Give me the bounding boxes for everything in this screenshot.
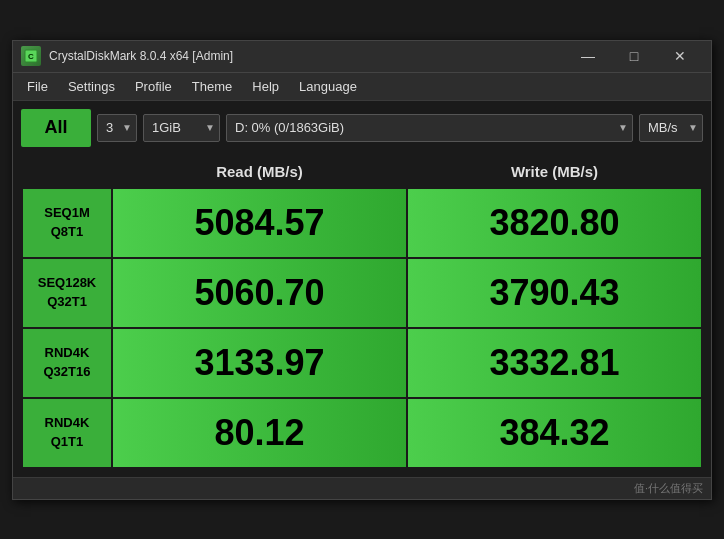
all-button[interactable]: All [21,109,91,147]
row-write-2: 3332.81 [407,328,702,398]
row-label-2: RND4KQ32T16 [22,328,112,398]
row-read-0: 5084.57 [112,188,407,258]
menu-settings[interactable]: Settings [58,75,125,98]
row-label-1: SEQ128KQ32T1 [22,258,112,328]
table-row: SEQ1MQ8T15084.573820.80 [22,188,702,258]
row-read-1: 5060.70 [112,258,407,328]
row-write-1: 3790.43 [407,258,702,328]
empty-header [22,156,112,188]
row-label-0: SEQ1MQ8T1 [22,188,112,258]
count-select[interactable]: 1 3 5 9 [97,114,137,142]
minimize-button[interactable]: — [565,40,611,72]
table-row: SEQ128KQ32T15060.703790.43 [22,258,702,328]
statusbar-text: 值·什么值得买 [634,481,703,496]
drive-select[interactable]: D: 0% (0/1863GiB) [226,114,633,142]
main-content: All 1 3 5 9 ▼ 16MiB 64MiB 256MiB 1GiB 4G… [13,101,711,477]
menu-help[interactable]: Help [242,75,289,98]
window-title: CrystalDiskMark 8.0.4 x64 [Admin] [49,49,565,63]
table-row: RND4KQ1T180.12384.32 [22,398,702,468]
menu-profile[interactable]: Profile [125,75,182,98]
count-select-wrapper: 1 3 5 9 ▼ [97,114,137,142]
app-window: C CrystalDiskMark 8.0.4 x64 [Admin] — □ … [12,40,712,500]
read-header: Read (MB/s) [112,156,407,188]
row-write-0: 3820.80 [407,188,702,258]
row-write-3: 384.32 [407,398,702,468]
unit-select-wrapper: MB/s GB/s IOPS μs ▼ [639,114,703,142]
statusbar: 值·什么值得买 [13,477,711,499]
menu-file[interactable]: File [17,75,58,98]
window-controls: — □ ✕ [565,40,703,72]
app-icon: C [21,46,41,66]
table-row: RND4KQ32T163133.973332.81 [22,328,702,398]
row-label-3: RND4KQ1T1 [22,398,112,468]
svg-text:C: C [28,52,34,61]
write-header: Write (MB/s) [407,156,702,188]
drive-select-wrapper: D: 0% (0/1863GiB) ▼ [226,114,633,142]
size-select-wrapper: 16MiB 64MiB 256MiB 1GiB 4GiB 16GiB 32GiB… [143,114,220,142]
unit-select[interactable]: MB/s GB/s IOPS μs [639,114,703,142]
maximize-button[interactable]: □ [611,40,657,72]
toolbar: All 1 3 5 9 ▼ 16MiB 64MiB 256MiB 1GiB 4G… [21,109,703,147]
menu-language[interactable]: Language [289,75,367,98]
row-read-3: 80.12 [112,398,407,468]
row-read-2: 3133.97 [112,328,407,398]
menubar: File Settings Profile Theme Help Languag… [13,73,711,101]
benchmark-table: Read (MB/s) Write (MB/s) SEQ1MQ8T15084.5… [21,155,703,469]
menu-theme[interactable]: Theme [182,75,242,98]
close-button[interactable]: ✕ [657,40,703,72]
titlebar: C CrystalDiskMark 8.0.4 x64 [Admin] — □ … [13,41,711,73]
size-select[interactable]: 16MiB 64MiB 256MiB 1GiB 4GiB 16GiB 32GiB [143,114,220,142]
